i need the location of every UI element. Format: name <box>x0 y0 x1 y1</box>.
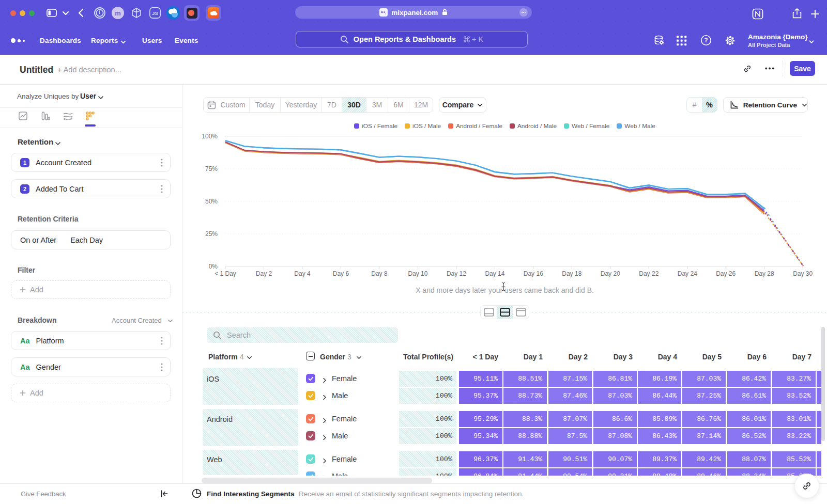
svg-text:< 1 Day: < 1 Day <box>215 270 236 277</box>
svg-text:Day 16: Day 16 <box>524 270 543 277</box>
svg-text:Day 6: Day 6 <box>333 270 349 277</box>
svg-text:Day 26: Day 26 <box>716 270 736 277</box>
svg-text:Day 10: Day 10 <box>408 270 427 277</box>
svg-text:Day 2: Day 2 <box>256 270 272 277</box>
svg-text:Day 20: Day 20 <box>601 270 620 277</box>
svg-text:Day 14: Day 14 <box>485 270 504 277</box>
svg-text:Day 30: Day 30 <box>793 270 813 277</box>
svg-text:Day 12: Day 12 <box>447 270 466 277</box>
svg-text:Day 28: Day 28 <box>755 270 774 277</box>
svg-text:?: ? <box>704 37 708 44</box>
svg-text:JS: JS <box>152 10 158 16</box>
svg-text:50%: 50% <box>205 198 218 205</box>
svg-text:Day 24: Day 24 <box>678 270 697 277</box>
svg-text:100%: 100% <box>202 133 218 140</box>
svg-text:Day 22: Day 22 <box>639 270 658 277</box>
svg-text:Day 4: Day 4 <box>294 270 311 277</box>
svg-text:Day 8: Day 8 <box>371 270 388 277</box>
svg-text:25%: 25% <box>205 230 218 238</box>
svg-text:75%: 75% <box>205 165 218 172</box>
svg-text:0%: 0% <box>209 263 218 270</box>
svg-text:Day 18: Day 18 <box>562 270 581 277</box>
